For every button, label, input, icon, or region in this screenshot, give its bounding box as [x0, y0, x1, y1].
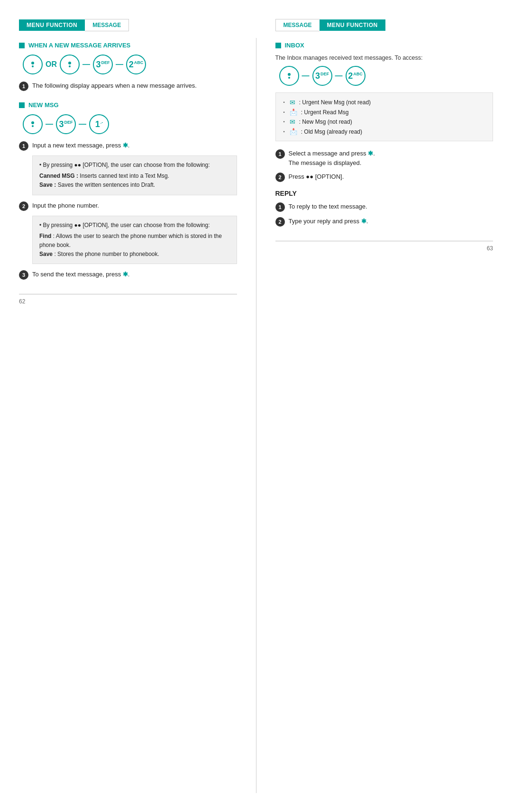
key-3def-inbox: 3DEF	[312, 66, 332, 86]
infobox-find-save: • By pressing ●● [OPTION], the user can …	[32, 216, 237, 265]
step-text-new-msg-3: To send the text message, press ✱ .	[32, 270, 237, 279]
press-icon-reply: ✱	[361, 217, 366, 226]
left-tab-message: MESSAGE	[85, 19, 129, 31]
press-icon-1: ✱	[123, 141, 128, 150]
step-new-msg-3: 3 To send the text message, press ✱ .	[19, 270, 237, 280]
section-when-new-message: WHEN A NEW MESSAGE ARRIVES	[19, 42, 237, 49]
step-num-inbox-1: 1	[275, 149, 285, 159]
inbox-label-1: : Urgent New Msg (not read)	[299, 99, 371, 106]
step-num-reply-2: 2	[275, 217, 285, 227]
key-or-separator: OR	[46, 60, 57, 69]
infobox-intro-2: • By pressing ●● [OPTION], the user can …	[39, 221, 230, 230]
right-tab-menu-function: MENU FUNCTION	[320, 19, 385, 31]
right-header-tabs: MESSAGE MENU FUNCTION	[275, 19, 494, 31]
step-new-msg-2: 2 Input the phone number.	[19, 201, 237, 211]
section-square-icon	[19, 43, 25, 48]
page-number-right: 63	[275, 245, 494, 252]
step-text-1: The following display appears when a new…	[32, 81, 237, 91]
step-num-new-msg-1: 1	[19, 141, 28, 151]
step-inbox-1: 1 Select a message and press ✱ . The mes…	[275, 149, 494, 167]
step-num-1: 1	[19, 82, 28, 91]
save-term-1: Save :	[39, 182, 56, 188]
find-desc: : Allows the user to search the phone nu…	[39, 233, 222, 248]
find-term: Find	[39, 233, 51, 239]
inbox-label-3: : New Msg (not read)	[299, 119, 352, 125]
canned-msg-term: Canned MSG :	[39, 173, 78, 179]
save-desc-2: : Stores the phone number to phonebook.	[54, 251, 159, 257]
step-num-new-msg-3: 3	[19, 270, 28, 280]
save-desc-1: Saves the written sentences into Draft.	[58, 182, 155, 188]
press-icon-2: ✱	[123, 270, 128, 279]
bottom-divider-right	[275, 241, 494, 241]
right-tab-message: MESSAGE	[275, 19, 320, 31]
inbox-row-1: • ✉ : Urgent New Msg (not read)	[283, 99, 485, 106]
left-page: MENU FUNCTION MESSAGE WHEN A NEW MESSAGE…	[0, 19, 256, 812]
inbox-subtitle: The Inbox manages received text messages…	[275, 55, 494, 61]
step-new-msg-1: 1 Input a new text message, press ✱ .	[19, 141, 237, 151]
step-reply-2: 2 Type your reply and press ✱ .	[275, 217, 494, 227]
canned-msg-desc: Inserts canned text into a Text Msg.	[80, 173, 169, 179]
key-1dash: 1.-	[89, 114, 109, 134]
key-dash-3: —	[46, 120, 53, 128]
section-inbox: INBOX	[275, 42, 494, 49]
press-icon-inbox-1: ✱	[368, 149, 373, 158]
key-dot-pair-inbox	[279, 66, 299, 86]
envelope-open-icon-2: ✉	[290, 118, 295, 126]
envelope-closed-icon-1: 📩	[290, 109, 297, 116]
reply-heading: REPLY	[275, 190, 494, 197]
step-num-new-msg-2: 2	[19, 201, 28, 211]
key-dash-inbox-2: —	[335, 72, 343, 80]
inbox-label-4: : Old Msg (already read)	[301, 128, 362, 135]
key-dot-pair-3	[23, 114, 43, 134]
inbox-row-4: • 📩 : Old Msg (already read)	[283, 128, 485, 135]
right-page: MESSAGE MENU FUNCTION INBOX The Inbox ma…	[256, 19, 512, 812]
key-dash-inbox-1: —	[302, 72, 310, 80]
inbox-icon-table: • ✉ : Urgent New Msg (not read) • 📩 : Ur…	[275, 92, 494, 141]
inbox-row-3: • ✉ : New Msg (not read)	[283, 118, 485, 126]
step-text-new-msg-2: Input the phone number.	[32, 201, 237, 210]
key-sequence-inbox: — 3DEF — 2ABC	[279, 66, 494, 86]
infobox-canned-msg: • By pressing ●● [OPTION], the user can …	[32, 155, 237, 195]
step-num-inbox-2: 2	[275, 173, 285, 182]
bottom-divider-left	[19, 294, 237, 294]
left-tab-menu-function: MENU FUNCTION	[19, 19, 85, 31]
section-square-icon-inbox	[275, 43, 281, 48]
inbox-label-2: : Urgent Read Msg	[301, 109, 349, 116]
key-dot-pair-2	[60, 55, 80, 74]
step-text-reply-2: Type your reply and press ✱ .	[289, 217, 494, 226]
section-square-icon-2	[19, 102, 25, 108]
left-header-tabs: MENU FUNCTION MESSAGE	[19, 19, 237, 31]
infobox-intro-1: • By pressing ●● [OPTION], the user can …	[39, 161, 230, 170]
key-3def: 3DEF	[93, 55, 113, 74]
key-dash-1: —	[82, 60, 90, 69]
step-text-new-msg-1: Input a new text message, press ✱ .	[32, 141, 237, 150]
step-inbox-2: 2 Press ●● [OPTION].	[275, 172, 494, 182]
save-term-2: Save	[39, 251, 53, 257]
key-dash-2: —	[116, 60, 123, 69]
key-2abc: 2ABC	[126, 55, 146, 74]
page-number-left: 62	[19, 298, 237, 305]
step-text-inbox-1: Select a message and press ✱ . The messa…	[289, 149, 494, 167]
step-num-reply-1: 1	[275, 202, 285, 212]
inbox-row-2: • 📩 : Urgent Read Msg	[283, 109, 485, 116]
key-dot-pair-1	[23, 55, 43, 74]
step-new-arrives-1: 1 The following display appears when a n…	[19, 81, 237, 91]
envelope-closed-icon-2: 📩	[290, 128, 297, 135]
key-3def-2: 3DEF	[56, 114, 76, 134]
key-2abc-inbox: 2ABC	[346, 66, 366, 86]
step-reply-1: 1 To reply to the text message.	[275, 202, 494, 212]
step-text-inbox-2: Press ●● [OPTION].	[289, 172, 494, 182]
key-dash-4: —	[79, 120, 86, 128]
step-text-reply-1: To reply to the text message.	[289, 202, 494, 211]
key-sequence-new-msg: — 3DEF — 1.-	[23, 114, 237, 134]
envelope-open-icon-1: ✉	[290, 99, 295, 106]
section-new-msg: NEW MSG	[19, 101, 237, 109]
key-sequence-new-msg-arrives: OR — 3DEF — 2ABC	[23, 55, 237, 74]
